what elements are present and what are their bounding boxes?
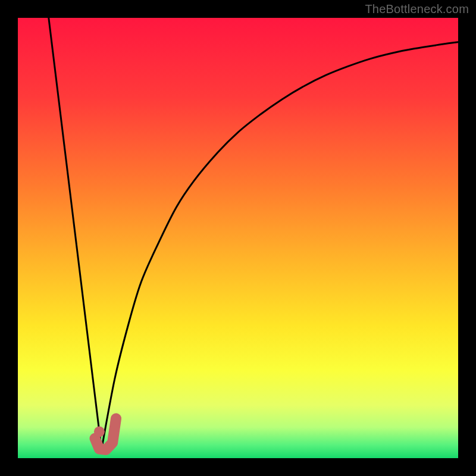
chart-frame: TheBottleneck.com bbox=[0, 0, 476, 476]
optimal-point-dot-icon bbox=[94, 427, 105, 437]
gradient-background bbox=[18, 18, 458, 458]
bottleneck-plot bbox=[18, 18, 458, 458]
attribution-text: TheBottleneck.com bbox=[365, 2, 469, 16]
